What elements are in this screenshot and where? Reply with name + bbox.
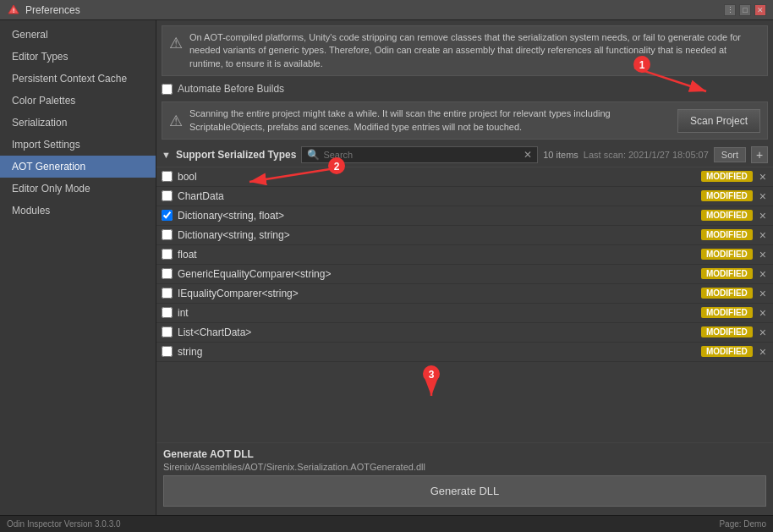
modified-badge: MODIFIED [701,288,753,299]
search-input[interactable] [323,150,520,160]
modified-badge: MODIFIED [701,346,753,357]
remove-type-button[interactable]: × [758,326,768,339]
type-row: floatMODIFIED× [156,245,773,265]
modified-badge: MODIFIED [701,307,753,318]
sidebar: General Editor Types Persistent Context … [0,20,156,515]
type-name: float [178,249,696,261]
type-checkbox[interactable] [162,249,173,260]
window-title: Preferences [25,4,724,16]
scan-warning-text: Scanning the entire project might take a… [189,107,671,134]
type-row: Dictionary<string, string>MODIFIED× [156,226,773,245]
type-name: int [178,307,696,319]
sidebar-item-editor-only-mode[interactable]: Editor Only Mode [0,178,156,200]
type-checkbox[interactable] [162,171,173,182]
add-type-button[interactable]: + [751,146,768,163]
sidebar-item-serialization[interactable]: Serialization [0,112,156,134]
menu-btn[interactable]: ⋮ [724,4,736,16]
type-row: List<ChartData>MODIFIED× [156,323,773,343]
section-title: Support Serialized Types [176,149,296,161]
modified-badge: MODIFIED [701,249,753,260]
version-text: Odin Inspector Version 3.0.3.0 [7,519,121,529]
remove-type-button[interactable]: × [758,306,768,320]
items-count: 10 items [543,150,578,160]
type-checkbox[interactable] [162,346,173,357]
automate-checkbox[interactable] [162,84,173,95]
sidebar-item-aot-generation[interactable]: AOT Generation [0,156,156,178]
warning-icon: ⚠ [169,33,183,54]
type-checkbox[interactable] [162,229,173,240]
scan-warning-icon: ⚠ [169,111,183,132]
type-name: Dictionary<string, string> [178,229,696,241]
modified-badge: MODIFIED [701,268,753,279]
type-row: stringMODIFIED× [156,343,773,362]
remove-type-button[interactable]: × [758,189,768,203]
app-icon: ! [7,3,20,17]
svg-text:!: ! [13,8,14,14]
type-name: GenericEqualityComparer<string> [178,268,696,280]
type-name: Dictionary<string, float> [178,210,696,222]
modified-badge: MODIFIED [701,190,753,201]
remove-type-button[interactable]: × [758,170,768,184]
search-icon: 🔍 [307,149,320,161]
modified-badge: MODIFIED [701,326,753,337]
status-bar: Odin Inspector Version 3.0.3.0 Page: Dem… [0,515,773,532]
search-clear-btn[interactable]: ✕ [524,149,532,161]
modified-badge: MODIFIED [701,210,753,221]
scan-banner: ⚠ Scanning the entire project might take… [162,101,768,140]
sidebar-item-persistent-context[interactable]: Persistent Context Cache [0,68,156,90]
sidebar-item-color-palettes[interactable]: Color Palettes [0,90,156,112]
last-scan: Last scan: 2021/1/27 18:05:07 [584,150,709,160]
warning-text: On AOT-compiled platforms, Unity's code … [189,31,760,70]
type-name: ChartData [178,190,696,202]
remove-type-button[interactable]: × [758,228,768,242]
generate-path: Sirenix/Assemblies/AOT/Sirenix.Serializa… [163,462,766,472]
type-row: GenericEqualityComparer<string>MODIFIED× [156,265,773,284]
type-checkbox[interactable] [162,288,173,299]
type-checkbox[interactable] [162,307,173,318]
modified-badge: MODIFIED [701,171,753,182]
generate-dll-label: Generate DLL [430,485,500,497]
remove-type-button[interactable]: × [758,267,768,281]
content-area: ⚠ On AOT-compiled platforms, Unity's cod… [156,20,773,515]
type-name: List<ChartData> [178,326,696,338]
generate-title: Generate AOT DLL [163,448,766,460]
search-box[interactable]: 🔍 ✕ [301,146,538,163]
generate-dll-button[interactable]: Generate DLL [163,475,766,507]
section-header: ▼ Support Serialized Types 🔍 ✕ 10 items … [156,143,773,167]
generate-section: Generate AOT DLL Sirenix/Assemblies/AOT/… [156,442,773,515]
remove-type-button[interactable]: × [758,209,768,222]
type-row: IEqualityComparer<string>MODIFIED× [156,284,773,304]
title-bar: ! Preferences ⋮ □ ✕ [0,0,773,20]
aot-warning-banner: ⚠ On AOT-compiled platforms, Unity's cod… [162,25,768,76]
scan-project-button[interactable]: Scan Project [677,109,760,133]
type-row: intMODIFIED× [156,304,773,323]
remove-type-button[interactable]: × [758,248,768,261]
section-toggle[interactable]: ▼ [162,150,171,160]
automate-label: Automate Before Builds [178,83,284,95]
remove-type-button[interactable]: × [758,287,768,300]
sidebar-item-general[interactable]: General [0,24,156,46]
close-btn[interactable]: ✕ [754,4,766,16]
sidebar-item-editor-types[interactable]: Editor Types [0,46,156,68]
page-text: Page: Demo [719,519,766,529]
window-controls: ⋮ □ ✕ [724,4,766,16]
type-list: boolMODIFIED×ChartDataMODIFIED×Dictionar… [156,167,773,442]
sort-button[interactable]: Sort [714,147,746,162]
type-row: Dictionary<string, float>MODIFIED× [156,206,773,226]
type-row: boolMODIFIED× [156,167,773,187]
type-checkbox[interactable] [162,190,173,201]
automate-row: Automate Before Builds [156,81,773,98]
remove-type-button[interactable]: × [758,345,768,359]
type-name: IEqualityComparer<string> [178,288,696,299]
modified-badge: MODIFIED [701,229,753,240]
restore-btn[interactable]: □ [739,4,751,16]
type-checkbox[interactable] [162,268,173,279]
type-checkbox[interactable] [162,326,173,337]
sidebar-item-modules[interactable]: Modules [0,200,156,222]
type-checkbox[interactable] [162,210,173,221]
type-name: bool [178,171,696,183]
type-name: string [178,346,696,358]
sidebar-item-import-settings[interactable]: Import Settings [0,134,156,156]
type-row: ChartDataMODIFIED× [156,187,773,206]
